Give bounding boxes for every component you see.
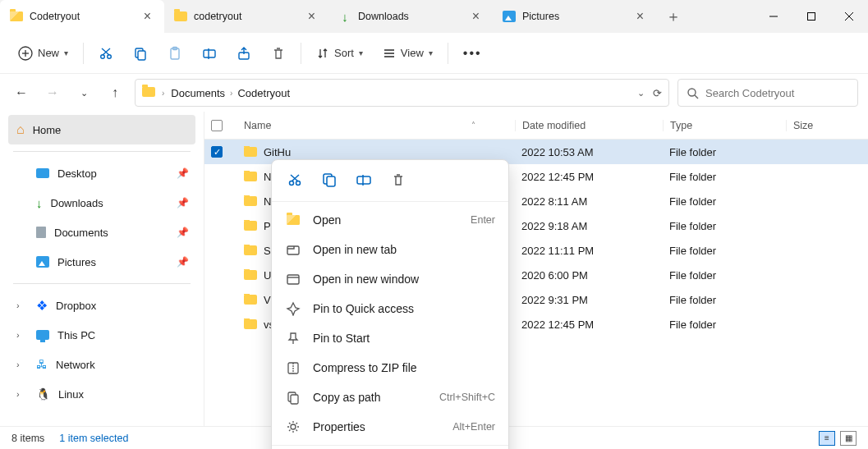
svg-point-24 <box>296 181 301 186</box>
pin-icon <box>285 300 301 317</box>
close-icon[interactable]: × <box>305 8 319 25</box>
row-checkbox[interactable]: ✓ <box>204 146 237 158</box>
cut-button[interactable] <box>285 170 305 190</box>
row-type: File folder <box>663 171 786 183</box>
sidebar-item-home[interactable]: ⌂ Home <box>8 115 195 144</box>
column-type[interactable]: Type <box>663 120 786 131</box>
share-button[interactable] <box>230 41 258 66</box>
sidebar-item-desktop[interactable]: Desktop 📌 <box>8 158 195 188</box>
sidebar-item-pictures[interactable]: Pictures 📌 <box>8 247 195 277</box>
tab-downloads[interactable]: ↓ Downloads × <box>328 0 493 33</box>
sidebar-label: Pictures <box>57 256 96 268</box>
sidebar-item-network[interactable]: › 🖧 Network <box>8 350 195 379</box>
chevron-right-icon[interactable]: › <box>16 300 28 310</box>
sort-label: Sort <box>334 47 354 59</box>
row-date: 2022 9:18 AM <box>515 220 663 232</box>
ctx-pin-quick[interactable]: Pin to Quick access <box>272 294 508 323</box>
status-count: 8 items <box>11 433 44 444</box>
close-button[interactable] <box>830 0 868 33</box>
column-label: Date modified <box>522 120 586 131</box>
recent-locations-button[interactable]: ⌄ <box>72 88 95 99</box>
svg-point-7 <box>101 54 105 58</box>
tab-pictures[interactable]: Pictures × <box>493 0 657 33</box>
sidebar-item-downloads[interactable]: ↓ Downloads 📌 <box>8 188 195 218</box>
ctx-open-window[interactable]: Open in new window <box>272 264 508 294</box>
ctx-label: Open <box>313 213 341 227</box>
rename-button[interactable] <box>195 41 223 66</box>
row-type: File folder <box>663 269 786 282</box>
breadcrumb: Documents › Codetryout <box>171 87 631 99</box>
navigation-row: ← → ⌄ ↑ › Documents › Codetryout ⌄ ⟳ <box>0 74 868 112</box>
ctx-label: Properties <box>313 420 365 433</box>
sort-button[interactable]: Sort ▾ <box>310 42 370 65</box>
picture-icon <box>503 10 516 23</box>
delete-button[interactable] <box>264 41 292 66</box>
maximize-button[interactable] <box>792 0 830 33</box>
copy-button[interactable] <box>126 41 154 66</box>
svg-rect-37 <box>291 395 298 404</box>
address-bar[interactable]: › Documents › Codetryout ⌄ ⟳ <box>135 79 669 107</box>
column-size[interactable]: Size <box>786 120 868 131</box>
clipboard-icon <box>168 46 182 61</box>
refresh-button[interactable]: ⟳ <box>653 87 662 99</box>
svg-point-8 <box>108 54 112 58</box>
thumbnails-view-button[interactable]: ▦ <box>840 431 857 446</box>
view-button[interactable]: View ▾ <box>376 42 439 65</box>
ctx-shortcut: Ctrl+Shift+C <box>439 392 495 403</box>
tab-codetryout-active[interactable]: Codetryout × <box>0 0 164 33</box>
svg-line-22 <box>695 95 698 99</box>
ctx-open-tab[interactable]: Open in new tab <box>272 235 508 264</box>
column-name[interactable]: Name˄ <box>237 120 515 131</box>
close-icon[interactable]: × <box>140 8 154 25</box>
column-date[interactable]: Date modified <box>515 120 663 131</box>
close-icon[interactable]: × <box>469 8 483 25</box>
more-button[interactable]: ••• <box>457 41 489 66</box>
search-input[interactable] <box>705 87 849 99</box>
tab-codetryout-lower[interactable]: codetryout × <box>164 0 328 33</box>
chevron-right-icon[interactable]: › <box>16 360 28 369</box>
rename-button[interactable] <box>354 170 374 190</box>
up-button[interactable]: ↑ <box>103 85 126 100</box>
copy-icon <box>133 46 148 61</box>
checkbox-icon[interactable] <box>211 120 223 131</box>
row-type: File folder <box>663 318 786 331</box>
cut-button[interactable] <box>92 41 120 66</box>
new-tab-button[interactable]: ＋ <box>657 0 690 33</box>
copy-button[interactable] <box>319 170 339 190</box>
minimize-button[interactable] <box>755 0 792 33</box>
sidebar-item-documents[interactable]: Documents 📌 <box>8 218 195 247</box>
close-icon[interactable]: × <box>633 8 647 25</box>
new-button[interactable]: New ▾ <box>11 41 75 66</box>
chevron-down-icon[interactable]: ⌄ <box>637 88 645 99</box>
row-name-cell[interactable]: GitHu <box>237 146 515 158</box>
delete-button[interactable] <box>388 170 408 190</box>
download-icon: ↓ <box>36 196 43 210</box>
download-icon: ↓ <box>338 10 351 23</box>
breadcrumb-item[interactable]: Codetryout <box>237 87 290 99</box>
checkbox-icon[interactable]: ✓ <box>211 146 223 158</box>
chevron-right-icon: › <box>162 89 164 98</box>
search-box[interactable] <box>677 79 858 107</box>
sidebar-item-linux[interactable]: › 🐧 Linux <box>8 379 195 409</box>
sidebar-item-thispc[interactable]: › This PC <box>8 320 195 350</box>
paste-button[interactable] <box>161 41 189 66</box>
details-view-button[interactable]: ≡ <box>819 431 835 446</box>
chevron-right-icon[interactable]: › <box>16 330 28 340</box>
ctx-copy-path[interactable]: Copy as path Ctrl+Shift+C <box>272 383 508 412</box>
trash-icon <box>271 46 286 61</box>
row-type: File folder <box>663 220 786 232</box>
chevron-right-icon[interactable]: › <box>16 389 28 399</box>
sidebar-label: Documents <box>54 227 108 239</box>
separator <box>301 43 301 64</box>
tab-label: Pictures <box>522 11 627 22</box>
column-checkbox[interactable] <box>204 120 237 131</box>
ctx-label: Open in new window <box>313 273 419 286</box>
ctx-pin-start[interactable]: Pin to Start <box>272 323 508 353</box>
ctx-compress[interactable]: Compress to ZIP file <box>272 353 508 383</box>
back-button[interactable]: ← <box>10 85 33 100</box>
ctx-open[interactable]: Open Enter <box>272 205 508 235</box>
ctx-properties[interactable]: Properties Alt+Enter <box>272 412 508 442</box>
breadcrumb-item[interactable]: Documents <box>171 87 225 99</box>
sidebar-item-dropbox[interactable]: › ❖ Dropbox <box>8 291 195 320</box>
forward-button[interactable]: → <box>41 85 64 100</box>
